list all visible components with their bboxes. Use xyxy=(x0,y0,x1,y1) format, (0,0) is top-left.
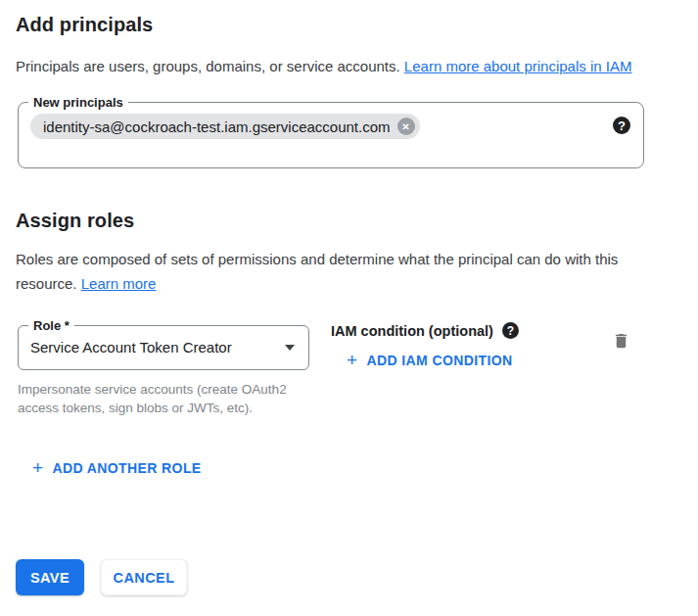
learn-more-roles-link[interactable]: Learn more xyxy=(81,275,157,292)
role-label: Role * xyxy=(28,317,74,334)
assign-roles-intro: Roles are composed of sets of permission… xyxy=(16,247,644,296)
role-select[interactable]: Role * Service Account Token Creator xyxy=(18,325,309,370)
principal-chip: identity-sa@cockroach-test.iam.gservicea… xyxy=(30,114,420,139)
delete-role-button[interactable] xyxy=(610,329,632,355)
add-principals-title: Add principals xyxy=(16,14,644,36)
principal-chip-text: identity-sa@cockroach-test.iam.gservicea… xyxy=(43,118,391,135)
role-description: Impersonate service accounts (create OAu… xyxy=(18,380,302,417)
trash-icon xyxy=(612,331,630,351)
principals-intro: Principals are users, groups, domains, o… xyxy=(16,54,644,78)
save-button[interactable]: SAVE xyxy=(16,559,84,595)
plus-icon: + xyxy=(347,353,358,368)
add-iam-condition-button[interactable]: + ADD IAM CONDITION xyxy=(339,349,521,372)
new-principals-label: New principals xyxy=(28,94,128,111)
chip-remove-icon[interactable]: ✕ xyxy=(397,118,415,135)
add-another-role-label: ADD ANOTHER ROLE xyxy=(53,460,202,476)
add-iam-condition-label: ADD IAM CONDITION xyxy=(367,353,513,368)
iam-condition-label-row: IAM condition (optional) ? xyxy=(331,322,610,339)
new-principals-help-icon[interactable]: ? xyxy=(613,117,630,134)
iam-condition-column: IAM condition (optional) ? + ADD IAM CON… xyxy=(331,319,610,372)
new-principals-field[interactable]: New principals identity-sa@cockroach-tes… xyxy=(18,102,644,168)
iam-condition-help-icon[interactable]: ? xyxy=(502,322,519,339)
cancel-button[interactable]: CANCEL xyxy=(101,559,187,595)
footer-actions: SAVE CANCEL xyxy=(16,559,187,595)
dropdown-arrow-icon xyxy=(285,345,295,351)
assign-roles-title: Assign roles xyxy=(16,210,644,232)
role-column: Role * Service Account Token Creator Imp… xyxy=(18,319,309,417)
add-another-role-button[interactable]: + ADD ANOTHER ROLE xyxy=(24,456,209,480)
role-selected-value: Service Account Token Creator xyxy=(30,339,232,355)
principals-intro-text: Principals are users, groups, domains, o… xyxy=(16,58,400,74)
role-row: Role * Service Account Token Creator Imp… xyxy=(16,319,644,417)
iam-condition-label: IAM condition (optional) xyxy=(331,323,493,339)
learn-more-principals-link[interactable]: Learn more about principals in IAM xyxy=(404,58,632,74)
plus-icon: + xyxy=(32,460,44,476)
